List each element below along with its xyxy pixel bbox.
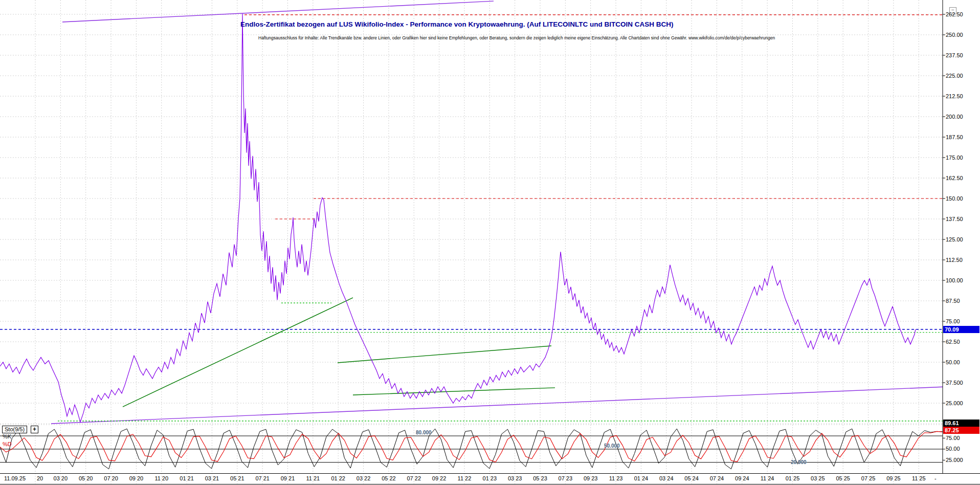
chart-window: Endlos-Zertifikat bezogen auf LUS Wikifo… xyxy=(0,0,980,485)
time-axis-label: 09 22 xyxy=(428,475,451,481)
price-axis-label: 162.50 xyxy=(946,175,963,181)
price-axis-label: 137.50 xyxy=(946,216,963,222)
time-axis-label: 07 25 xyxy=(857,475,880,481)
time-axis-label: 09 21 xyxy=(276,475,300,481)
time-axis-label: 05 23 xyxy=(528,475,552,481)
chart-title: Endlos-Zertifikat bezogen auf LUS Wikifo… xyxy=(240,20,673,28)
time-axis-date-label: 11.09.25 xyxy=(4,475,26,481)
price-axis-label: 187.50 xyxy=(946,134,963,140)
time-axis-label: 11 23 xyxy=(604,475,628,481)
time-axis-label: 05 25 xyxy=(831,475,855,481)
time-axis-label: 09 23 xyxy=(579,475,603,481)
stochastic-axis-label: 50.00 xyxy=(946,446,960,452)
time-axis-label: 01 24 xyxy=(629,475,653,481)
price-axis-label: 212.50 xyxy=(946,93,963,99)
time-axis-label: 11 22 xyxy=(453,475,476,481)
price-axis-label: 25.000 xyxy=(946,400,963,406)
time-axis-label: 01 22 xyxy=(326,475,350,481)
price-axis-label: 37.500 xyxy=(946,380,963,386)
trendline-green-rising xyxy=(123,298,353,407)
price-axis-label: 125.00 xyxy=(946,236,963,242)
price-axis-label: 75.00 xyxy=(946,318,960,324)
chart-canvas[interactable] xyxy=(0,0,980,485)
time-axis-label: 07 20 xyxy=(99,475,123,481)
time-axis-label: 09 24 xyxy=(730,475,754,481)
time-axis-label: 11 21 xyxy=(301,475,325,481)
add-indicator-button[interactable]: + xyxy=(31,426,38,433)
price-axis-label: 87.50 xyxy=(946,298,960,304)
time-axis-label: 01 23 xyxy=(478,475,501,481)
sto-level-20-label: 20.000 xyxy=(791,459,807,465)
price-axis-label: 112.50 xyxy=(946,257,963,263)
time-axis-label: 01 25 xyxy=(781,475,805,481)
time-axis-label: 03 23 xyxy=(503,475,527,481)
time-axis-label: 03 20 xyxy=(49,475,72,481)
time-axis-label: 07 22 xyxy=(402,475,426,481)
percent-d-label: %D xyxy=(3,441,12,447)
stochastic-indicator-button[interactable]: Sto(9/5) xyxy=(2,426,27,433)
stochastic-axis-label: 75.00 xyxy=(946,435,960,441)
trendline-bottom xyxy=(51,387,943,424)
time-axis-label: 01 21 xyxy=(175,475,198,481)
time-axis-label: 05 20 xyxy=(74,475,98,481)
time-axis-label: 07 21 xyxy=(251,475,274,481)
chart-disclaimer: Haftungsausschluss für Inhalte: Alle Tre… xyxy=(258,35,775,40)
time-axis-label: 03 22 xyxy=(352,475,375,481)
time-axis-label: 05 22 xyxy=(377,475,400,481)
channel-green-lower xyxy=(353,388,555,395)
current-price-badge: 70.09 xyxy=(943,326,979,333)
time-axis-label: 09 20 xyxy=(124,475,148,481)
time-axis-label: 03 24 xyxy=(655,475,678,481)
time-axis-label: 07 24 xyxy=(705,475,728,481)
price-axis-label: 237.50 xyxy=(946,52,963,58)
stochastic-d-value-badge: 87.25 xyxy=(943,427,979,434)
time-axis-label: 03 21 xyxy=(200,475,224,481)
stochastic-axis-label: 25.000 xyxy=(946,457,963,463)
time-axis-label: 09 25 xyxy=(882,475,905,481)
price-axis-label: 200.00 xyxy=(946,114,963,120)
time-axis-label: 03 25 xyxy=(806,475,830,481)
time-axis-label: 05 24 xyxy=(680,475,703,481)
time-axis-label: 11 25 xyxy=(907,475,930,481)
price-axis-label: 262.50 xyxy=(946,11,963,17)
price-axis-label: 250.00 xyxy=(946,32,963,38)
time-axis-label: 11 24 xyxy=(755,475,779,481)
time-axis-label: - xyxy=(934,475,937,481)
channel-green-upper xyxy=(338,346,551,363)
time-axis-label: 05 21 xyxy=(226,475,249,481)
price-axis-label: 50.00 xyxy=(946,359,960,365)
sto-level-50-label: 50.000 xyxy=(604,443,620,449)
price-axis-label: 62.50 xyxy=(946,339,960,345)
trendline-top xyxy=(62,1,494,22)
price-axis-label: 100.00 xyxy=(946,277,963,283)
price-line xyxy=(0,14,916,422)
time-axis-label: 11 20 xyxy=(150,475,173,481)
price-axis-label: 225.00 xyxy=(946,73,963,79)
price-axis-label: 175.00 xyxy=(946,155,963,161)
time-axis-label: 07 23 xyxy=(553,475,577,481)
stochastic-k-value-badge: 89.61 xyxy=(943,420,979,427)
price-axis-label: 150.00 xyxy=(946,195,963,202)
sto-level-80-label: 80.000 xyxy=(416,430,432,435)
percent-k-label: %K xyxy=(3,433,11,439)
